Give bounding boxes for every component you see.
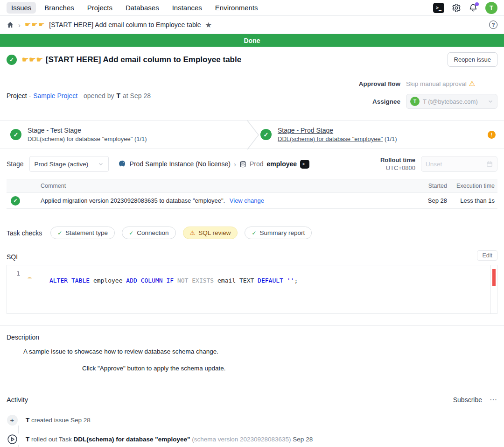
project-line: Project - Sample Project opened by T at … [7,79,151,109]
timeline-connector [18,445,19,447]
check-pass-icon: ✓ [57,230,62,236]
activity-item: T rolled out Task DDL(schema) for databa… [7,433,497,445]
instance-breadcrumb: Prod Sample Instance (No license) › Prod… [118,160,310,169]
stage-toolbar-left: Stage Prod Stage (active) Prod Sample In… [7,156,309,172]
stage-check-icon: ✓ [10,129,21,140]
breadcrumb: › ☛☛☛ [START HERE] Add email column to E… [7,21,212,29]
warning-triangle-icon[interactable]: ⚠ [469,79,475,88]
status-banner: Done [0,34,504,47]
open-sql-editor-icon[interactable]: >_ [300,160,309,169]
nav-right: >_ T [433,2,497,14]
table-row: ✓ Applied migration version 202309280836… [7,193,497,209]
timeline-connector [18,426,19,433]
stage-warning-icon[interactable]: ! [488,131,496,139]
description-label: Description [7,333,497,341]
stage-toolbar: Stage Prod Stage (active) Prod Sample In… [0,149,504,179]
approval-flow-value: Skip manual approval ⚠ [406,79,497,88]
nav-tab-issues[interactable]: Issues [7,2,36,14]
activity-item: + T created issue Sep 28 [7,414,497,426]
stage-select-label: Stage [7,160,24,168]
task-checks: Task checks ✓ Statement type ✓ Connectio… [7,227,497,239]
sql-label: SQL [7,253,20,261]
opened-by-prefix: opened by [84,92,114,99]
status-banner-text: Done [244,37,260,44]
rollout-time-label: Rollout time [380,156,415,163]
bell-icon[interactable] [469,3,478,13]
meta-right: Approval flow Skip manual approval ⚠ Ass… [359,79,497,109]
view-change-link[interactable]: View change [230,197,264,204]
stage-subtitle: DDL(schema) for database "employee" (1/1… [278,135,397,142]
issue-done-check-icon: ✓ [7,55,17,65]
stage-select[interactable]: Prod Stage (active) [29,156,109,172]
check-pass-icon: ✓ [252,230,256,236]
stage-prod[interactable]: ✓ Stage - Prod Stage DDL(schema) for dat… [245,121,504,149]
assignee-label: Assignee [359,98,400,105]
subscribe-button[interactable]: Subscribe [453,396,482,404]
row-started: Sep 28 [418,197,447,204]
home-icon[interactable] [7,21,14,28]
editor-scrollbar[interactable] [490,265,497,313]
breadcrumb-title: [START HERE] Add email column to Employe… [49,21,201,28]
sql-section: SQL Edit 1 ALTER TABLE employee ADD COLU… [7,250,497,314]
nav-tab-projects[interactable]: Projects [83,2,117,14]
check-badge-summary-report[interactable]: ✓ Summary report [245,227,312,239]
breadcrumb-row: › ☛☛☛ [START HERE] Add email column to E… [0,16,504,34]
star-icon[interactable]: ★ [205,21,212,29]
check-badge-statement-type[interactable]: ✓ Statement type [50,227,115,239]
rollout-timezone: UTC+0800 [380,164,415,171]
error-marker [492,269,496,286]
assignee-value: T (t@bytebase.com) [423,98,484,105]
pointing-hands-icon: ☛☛☛ [25,21,45,29]
nav-tab-databases[interactable]: Databases [121,2,164,14]
gear-icon[interactable] [452,3,461,13]
nav-tab-environments[interactable]: Environments [210,2,263,14]
issue-title: ☛☛☛ [START HERE] Add email column to Emp… [22,55,241,64]
database-link[interactable]: employee [267,160,297,168]
help-icon[interactable]: ? [489,21,497,29]
stage-test[interactable]: ✓ Stage - Test Stage DDL(schema) for dat… [0,121,245,149]
assignee-avatar: T [410,97,420,106]
row-success-check-icon: ✓ [11,196,20,206]
check-pass-icon: ✓ [129,230,133,236]
breadcrumb-separator: › [18,21,21,29]
stage-select-value: Prod Stage (active) [35,161,89,168]
rollout-time-input[interactable] [426,161,486,168]
top-nav: Issues Branches Projects Databases Insta… [0,0,504,16]
more-icon[interactable]: ⋯ [490,395,497,404]
chevron-down-icon [98,161,104,167]
description-line: Click "Approve" button to apply the sche… [82,365,497,372]
description-line: A sample issue to showcase how to review… [23,348,497,355]
stage-divider-chevron [247,121,259,149]
activity-label: Activity [7,396,28,404]
sql-statement: ALTER TABLE employee ADD COLUMN IF NOT E… [28,265,298,313]
check-badge-sql-review[interactable]: ⚠ SQL review [183,227,238,239]
column-comment: Comment [41,183,418,189]
project-link[interactable]: Sample Project [33,92,77,99]
database-icon [239,161,246,168]
check-warning-icon: ⚠ [190,229,196,236]
check-badge-connection[interactable]: ✓ Connection [122,227,175,239]
project-label: Project - [7,92,31,99]
rollout-time-group: Rollout time UTC+0800 [380,156,497,172]
edit-sql-button[interactable]: Edit [477,250,497,261]
calendar-icon [486,161,493,167]
stage-title: Stage - Prod Stage [278,127,397,134]
rollout-time-input-wrap [421,156,497,172]
sql-editor-icon[interactable]: >_ [433,3,444,13]
nav-tab-branches[interactable]: Branches [40,2,78,14]
reopen-issue-button[interactable]: Reopen issue [448,52,498,67]
activity-timeline: + T created issue Sep 28 T rolled out Ta… [7,414,497,447]
assignee-select[interactable]: T T (t@bytebase.com) [406,94,497,109]
lint-squiggle [28,277,32,279]
nav-tab-instances[interactable]: Instances [168,2,207,14]
user-avatar[interactable]: T [485,2,497,14]
sql-editor: 1 ALTER TABLE employee ADD COLUMN IF NOT… [7,265,497,314]
stages-strip: ✓ Stage - Test Stage DDL(schema) for dat… [0,120,504,149]
instance-link[interactable]: Prod Sample Instance (No license) [130,160,231,168]
task-table-header: Comment Started Execution time [7,179,497,193]
task-checks-label: Task checks [7,229,42,237]
postgres-icon [118,160,126,168]
stage-check-icon: ✓ [260,129,272,140]
approval-flow-label: Approval flow [359,80,400,87]
activity-section: Activity Subscribe ⋯ + T created issue S… [0,387,504,447]
